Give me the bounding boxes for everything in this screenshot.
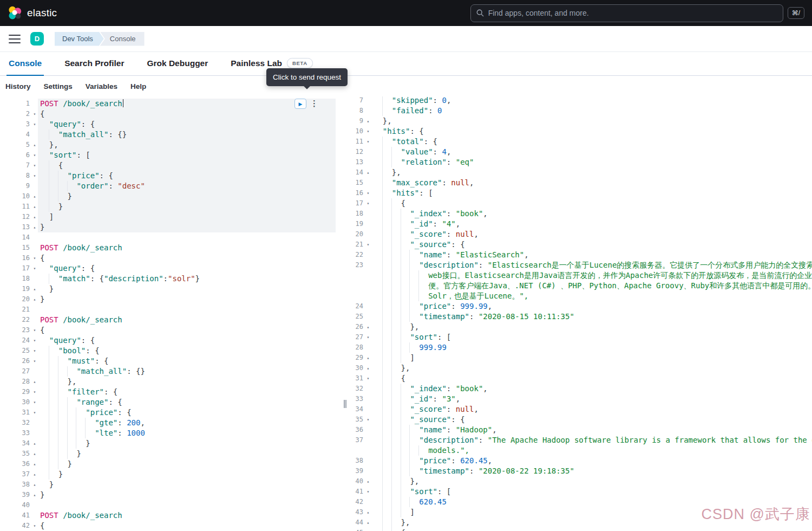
fold-toggle-icon[interactable]: ▾	[365, 373, 371, 384]
code-line[interactable]: 14	[0, 232, 341, 243]
code-line[interactable]: 21▾"_source": {	[349, 239, 812, 250]
code-line[interactable]: 19"_id": "4",	[349, 219, 812, 229]
code-line[interactable]: 15"max_score": null,	[349, 178, 812, 188]
tab-grok-debugger[interactable]: Grok Debugger	[145, 52, 210, 76]
fold-toggle-icon[interactable]: ▾	[31, 171, 38, 181]
fold-toggle-icon[interactable]: ▴	[31, 459, 38, 469]
menu-toggle-button[interactable]	[9, 35, 21, 43]
code-line[interactable]: 31▾"price": {	[0, 407, 341, 418]
code-line[interactable]: 1POST /book/_search▶⋮	[0, 99, 341, 109]
code-line[interactable]: 便。官方客户端在Java、.NET (C#) 、PHP、Python、Apach…	[349, 281, 812, 291]
code-line[interactable]: 20"_score": null,	[349, 229, 812, 239]
code-line[interactable]: 18"match": {"description":"solr"}	[0, 274, 341, 284]
code-line[interactable]: 41▾"sort": [	[349, 487, 812, 497]
code-line[interactable]: 3▾"query": {	[0, 119, 341, 129]
space-avatar[interactable]: D	[30, 32, 44, 46]
fold-toggle-icon[interactable]: ▾	[31, 521, 38, 531]
code-line[interactable]: 39"timestamp": "2020-08-22 19:18:35"	[349, 466, 812, 476]
code-line[interactable]: 13▴}	[0, 222, 341, 232]
code-line[interactable]: 12"value": 4,	[349, 147, 812, 157]
code-line[interactable]: 22"name": "ElasticSearch",	[349, 250, 812, 260]
code-line[interactable]: 29▴]	[349, 353, 812, 363]
code-line[interactable]: 10▴}	[0, 191, 341, 202]
code-line[interactable]: 39▴}	[0, 490, 341, 500]
code-line[interactable]: 2▾{	[0, 109, 341, 119]
fold-toggle-icon[interactable]: ▴	[31, 490, 38, 500]
code-line[interactable]: 28999.99	[349, 342, 812, 353]
code-line[interactable]: 9▴},	[349, 116, 812, 126]
fold-toggle-icon[interactable]: ▴	[365, 476, 371, 487]
fold-toggle-icon[interactable]: ▾	[365, 126, 371, 137]
code-line[interactable]: 15POST /book/_search	[0, 243, 341, 253]
fold-toggle-icon[interactable]: ▾	[31, 325, 38, 335]
code-line[interactable]: 22POST /book/_search	[0, 315, 341, 325]
code-line[interactable]: 5▴},	[0, 140, 341, 150]
fold-toggle-icon[interactable]: ▴	[365, 363, 371, 373]
code-line[interactable]: 25"timestamp": "2020-08-15 10:11:35"	[349, 312, 812, 322]
code-line[interactable]: 20▴}	[0, 294, 341, 305]
code-line[interactable]: 17▾{	[349, 198, 812, 209]
fold-toggle-icon[interactable]: ▴	[31, 449, 38, 459]
search-box[interactable]	[470, 4, 783, 22]
fold-toggle-icon[interactable]: ▴	[31, 222, 38, 232]
code-line[interactable]: 26▴},	[349, 322, 812, 332]
fold-toggle-icon[interactable]: ▾	[31, 160, 38, 171]
code-line[interactable]: Solr，也是基于Lucene。",	[349, 291, 812, 301]
code-line[interactable]: 28▴},	[0, 377, 341, 387]
panel-resizer[interactable]	[341, 96, 349, 531]
fold-toggle-icon[interactable]: ▴	[31, 294, 38, 305]
code-line[interactable]: 31▾{	[349, 373, 812, 384]
code-line[interactable]: 24▾"query": {	[0, 335, 341, 346]
fold-toggle-icon[interactable]: ▴	[31, 212, 38, 222]
fold-toggle-icon[interactable]: ▾	[31, 119, 38, 129]
code-line[interactable]: 33"_id": "3",	[349, 394, 812, 404]
breadcrumb-console[interactable]: Console	[100, 32, 145, 46]
elastic-logo[interactable]	[8, 6, 22, 20]
code-line[interactable]: 42▾{	[0, 521, 341, 531]
fold-toggle-icon[interactable]: ▾	[31, 150, 38, 160]
fold-toggle-icon[interactable]: ▾	[31, 253, 38, 263]
fold-toggle-icon[interactable]: ▴	[365, 507, 371, 517]
request-options-icon[interactable]: ⋮	[310, 100, 318, 108]
code-line[interactable]: 4"match_all": {}	[0, 129, 341, 140]
fold-toggle-icon[interactable]: ▴	[365, 517, 371, 528]
code-line[interactable]: 35▾"_source": {	[349, 415, 812, 425]
code-line[interactable]: 27"match_all": {}	[0, 366, 341, 377]
code-line[interactable]: 35▴}	[0, 449, 341, 459]
menu-history[interactable]: History	[5, 82, 31, 90]
fold-toggle-icon[interactable]: ▾	[365, 415, 371, 425]
code-line[interactable]: 34▴}	[0, 438, 341, 449]
fold-toggle-icon[interactable]: ▾	[31, 387, 38, 397]
fold-toggle-icon[interactable]: ▴	[31, 377, 38, 387]
code-line[interactable]: 26▾"must": {	[0, 356, 341, 366]
code-line[interactable]: 40▴},	[349, 476, 812, 487]
code-line[interactable]: 38▴}	[0, 480, 341, 490]
menu-settings[interactable]: Settings	[44, 82, 73, 90]
code-line[interactable]: 14▴},	[349, 167, 812, 178]
code-line[interactable]: 16▾{	[0, 253, 341, 263]
code-line[interactable]: 33"lte": 1000	[0, 428, 341, 438]
fold-toggle-icon[interactable]: ▾	[365, 198, 371, 209]
code-line[interactable]: 10▾"hits": {	[349, 126, 812, 137]
fold-toggle-icon[interactable]: ▴	[365, 116, 371, 126]
fold-toggle-icon[interactable]: ▾	[365, 188, 371, 198]
code-line[interactable]: web接口。Elasticsearch是用Java语言开发的，并作为Apache…	[349, 270, 812, 281]
code-line[interactable]: 32"gte": 200,	[0, 418, 341, 428]
fold-toggle-icon[interactable]: ▴	[31, 438, 38, 449]
response-viewer-lines[interactable]: 7"skipped": 0,8"failed": 09▴},10▾"hits":…	[349, 96, 812, 531]
code-line[interactable]: 11▾"total": {	[349, 137, 812, 147]
fold-toggle-icon[interactable]: ▴	[365, 353, 371, 363]
code-line[interactable]: 25▾"bool": {	[0, 346, 341, 356]
code-line[interactable]: 34"_score": null,	[349, 404, 812, 415]
code-line[interactable]: 18"_index": "book",	[349, 209, 812, 219]
fold-toggle-icon[interactable]: ▴	[365, 322, 371, 332]
fold-toggle-icon[interactable]: ▴	[31, 140, 38, 150]
code-line[interactable]: 19▴}	[0, 284, 341, 294]
fold-toggle-icon[interactable]: ▾	[31, 335, 38, 346]
code-line[interactable]: 30▴},	[349, 363, 812, 373]
fold-toggle-icon[interactable]: ▾	[365, 239, 371, 250]
code-line[interactable]: 12▴]	[0, 212, 341, 222]
code-line[interactable]: 21	[0, 305, 341, 315]
fold-toggle-icon[interactable]: ▴	[31, 191, 38, 202]
code-line[interactable]: 38"price": 620.45,	[349, 456, 812, 466]
